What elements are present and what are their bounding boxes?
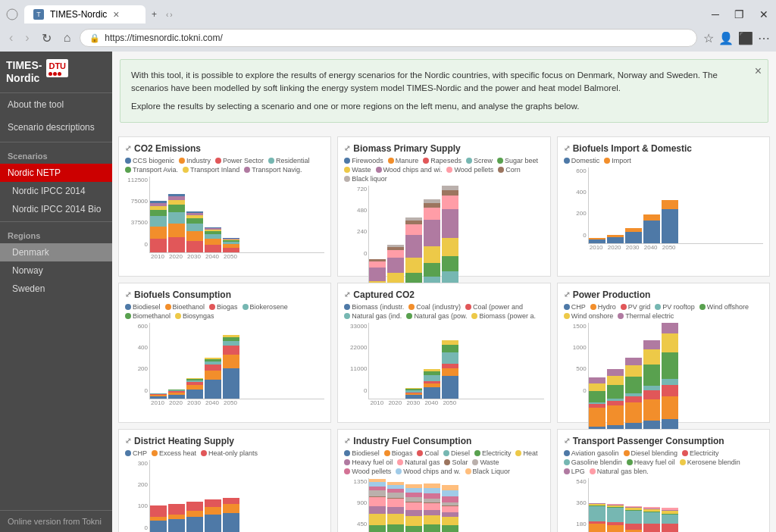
bar-segment <box>424 493 440 499</box>
bar-segment <box>369 506 386 514</box>
bar-group <box>625 506 642 532</box>
bar-segment <box>424 263 440 277</box>
legend-item: Solar <box>444 458 468 466</box>
bar-segment <box>424 524 440 532</box>
chart-power-production: ⤢Power ProductionCHPHydroPV gridPV rooft… <box>557 283 770 423</box>
bar-segment <box>223 368 239 399</box>
chart-expand-icon[interactable]: ⤢ <box>344 290 350 299</box>
regions-section-label: Regions <box>0 225 112 243</box>
bar-segment <box>405 235 422 258</box>
chart-expand-icon[interactable]: ⤢ <box>125 290 131 299</box>
chart-expand-icon[interactable]: ⤢ <box>344 144 350 152</box>
bars-row <box>588 167 763 244</box>
legend-item: Manure <box>388 157 419 164</box>
tab-close-button[interactable]: × <box>113 8 119 20</box>
bar-group <box>186 502 203 532</box>
legend-item: Corn <box>498 166 521 174</box>
bar-segment <box>643 365 660 386</box>
sidebar-item-nordic-ipcc[interactable]: Nordic IPCC 2014 <box>0 182 112 200</box>
bar-group <box>643 507 660 532</box>
bar-segment <box>589 408 605 427</box>
bar-segment <box>369 497 386 506</box>
bar-segment <box>607 405 624 425</box>
legend-item: Transport Avia. <box>125 166 178 174</box>
bar-group <box>387 482 404 532</box>
bar-group <box>205 499 221 532</box>
bar-segment <box>643 390 660 399</box>
home-button[interactable]: ⌂ <box>61 30 74 46</box>
bookmarks-icon[interactable]: ☆ <box>703 31 714 45</box>
new-tab-button[interactable]: + <box>146 6 163 23</box>
chart-expand-icon[interactable]: ⤢ <box>564 144 570 152</box>
bar-group <box>150 201 167 252</box>
extensions-icon[interactable]: ⬛ <box>738 31 753 45</box>
bar-segment <box>205 371 221 380</box>
chart-expand-icon[interactable]: ⤢ <box>344 437 350 445</box>
bars-row <box>149 460 324 532</box>
legend-item: Screw <box>466 157 493 164</box>
bar-segment <box>607 369 624 376</box>
sidebar-header: TIMES- Nordic DTU <box>0 52 112 93</box>
legend-item: Biodiesel <box>125 303 161 311</box>
chart-area: 15001000500020102020203020402050 <box>564 323 763 406</box>
legend-item: CHP <box>125 449 147 457</box>
browser-chrome: T TIMES-Nordic × + ‹ › ─ ❐ ✕ ‹ › ↻ ⌂ 🔒 h… <box>0 0 776 52</box>
minimize-button[interactable]: ─ <box>704 7 727 22</box>
active-tab[interactable]: T TIMES-Nordic × <box>24 5 146 23</box>
sidebar-item-denmark[interactable]: Denmark <box>0 243 112 261</box>
bar-segment <box>607 508 624 522</box>
bar-segment <box>442 368 458 376</box>
sidebar-footer-link[interactable]: Online version from Tokni <box>0 510 112 532</box>
sidebar-item-norway[interactable]: Norway <box>0 261 112 280</box>
window-controls[interactable]: ─ ❐ ✕ <box>704 7 776 22</box>
bar-segment <box>186 502 203 511</box>
bar-segment <box>643 524 660 532</box>
chart-captured-co2: ⤢Captured CO2Biomass (industr.Coal (indu… <box>337 283 550 423</box>
chart-expand-icon[interactable]: ⤢ <box>564 290 570 299</box>
bar-segment <box>405 224 422 235</box>
back-button[interactable]: ‹ <box>6 30 16 46</box>
dtu-logo: DTU <box>46 59 68 77</box>
bar-segment <box>643 512 660 524</box>
legend-item: Wood chips and wi. <box>376 166 443 174</box>
bar-segment <box>607 525 624 532</box>
chart-expand-icon[interactable]: ⤢ <box>564 437 570 445</box>
chart-biofuels-import-domestic: ⤢Biofuels Import & DomesticDomesticImpor… <box>557 136 770 277</box>
chart-legend: CHPExcess heatHeat-only plants <box>125 449 324 457</box>
legend-item: Transport Inland <box>183 166 239 174</box>
more-menu-button[interactable]: ⋯ <box>758 31 770 45</box>
sidebar-item-sweden[interactable]: Sweden <box>0 280 112 298</box>
profile-icon[interactable]: 👤 <box>718 31 734 45</box>
bar-segment <box>625 358 642 365</box>
chart-expand-icon[interactable]: ⤢ <box>125 437 131 445</box>
bar-segment <box>205 515 221 532</box>
bar-segment <box>405 258 422 273</box>
sidebar-item-nordic-ipcc-bio[interactable]: Nordic IPCC 2014 Bio <box>0 200 112 218</box>
maximize-button[interactable]: ❐ <box>727 7 752 22</box>
sidebar-logo-text: TIMES- Nordic <box>6 59 42 85</box>
bar-segment <box>405 526 422 532</box>
sidebar-item-about[interactable]: About the tool <box>0 93 112 116</box>
reload-button[interactable]: ↻ <box>39 30 55 47</box>
chart-district-heating-supply: ⤢District Heating SupplyCHPExcess heatHe… <box>118 429 331 532</box>
sidebar-item-nordic-netp[interactable]: Nordic NETP <box>0 164 112 182</box>
chart-expand-icon[interactable]: ⤢ <box>125 144 131 152</box>
url-input[interactable]: 🔒 https://timesnordic.tokni.com/ <box>80 29 697 47</box>
bar-segment <box>442 517 458 525</box>
bar-segment <box>405 395 422 399</box>
bar-segment <box>643 340 660 349</box>
chart-transport-passenger-consumption: ⤢Transport Passenger ConsumptionAviation… <box>557 429 770 532</box>
legend-item: Wood chips and w. <box>396 468 460 475</box>
tab-chevrons: ‹ › <box>166 11 173 19</box>
bar-group <box>607 235 624 243</box>
bar-segment <box>442 256 458 271</box>
info-banner-close-button[interactable]: × <box>755 64 762 78</box>
bar-segment <box>223 504 239 513</box>
legend-item: Transport Navig. <box>244 166 302 174</box>
main-content[interactable]: × With this tool, it is possible to expl… <box>112 52 776 532</box>
sidebar-item-scenario-desc[interactable]: Scenario descriptions <box>0 116 112 139</box>
forward-button[interactable]: › <box>22 30 32 46</box>
bar-segment <box>442 525 458 532</box>
legend-item: Excess heat <box>152 449 196 457</box>
close-button[interactable]: ✕ <box>752 7 776 22</box>
